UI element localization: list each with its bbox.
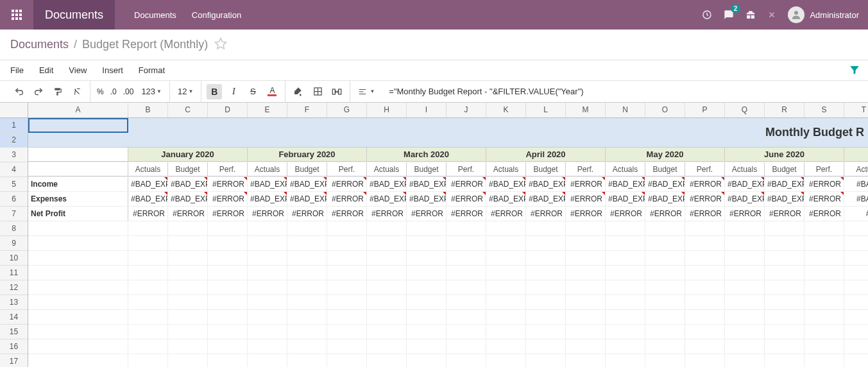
col-header-E[interactable]: E — [248, 103, 287, 117]
menu-view[interactable]: View — [69, 65, 87, 75]
italic-button[interactable]: I — [226, 84, 241, 99]
row-header-1[interactable]: 1 — [0, 118, 28, 133]
cell-error: #ERROR — [526, 207, 566, 221]
row-header-13[interactable]: 13 — [0, 295, 28, 310]
netprofit-row: Net Profit#ERROR#ERROR#ERROR#ERROR#ERROR… — [28, 207, 868, 221]
col-header-S[interactable]: S — [804, 103, 844, 117]
empty-row — [28, 221, 868, 236]
row-header-12[interactable]: 12 — [0, 280, 28, 295]
redo-button[interactable] — [31, 84, 46, 99]
apps-menu-button[interactable] — [0, 0, 33, 30]
row-header-7[interactable]: 7 — [0, 207, 28, 221]
col-header-G[interactable]: G — [327, 103, 367, 117]
favorite-star-icon[interactable] — [214, 37, 227, 52]
cell-error: #BAD_EXPR — [606, 177, 645, 191]
font-size-select[interactable]: 12▼ — [175, 87, 196, 96]
increase-decimal-button[interactable]: .00 — [122, 87, 135, 96]
strikethrough-button[interactable]: S — [245, 84, 260, 99]
row-header-9[interactable]: 9 — [0, 236, 28, 251]
menu-edit[interactable]: Edit — [39, 65, 53, 75]
percent-format-button[interactable]: % — [96, 87, 105, 96]
row-header-8[interactable]: 8 — [0, 221, 28, 236]
row-header-2[interactable]: 2 — [0, 133, 28, 148]
cell-error: #BAD_EXPR — [248, 192, 287, 206]
col-header-A[interactable]: A — [28, 103, 128, 117]
col-header-I[interactable]: I — [407, 103, 447, 117]
borders-button[interactable] — [310, 84, 325, 99]
row-header-16[interactable]: 16 — [0, 339, 28, 354]
avatar — [788, 6, 804, 23]
horizontal-align-button[interactable]: ▼ — [355, 87, 377, 96]
cell-error: #ERROR — [248, 207, 287, 221]
col-header-F[interactable]: F — [287, 103, 327, 117]
close-tray-icon[interactable] — [767, 10, 776, 19]
cell-error: #BAD_EXPR — [367, 177, 407, 191]
nav-link-documents[interactable]: Documents — [134, 10, 176, 20]
decrease-decimal-button[interactable]: .0 — [109, 87, 118, 96]
activity-icon[interactable] — [702, 10, 712, 20]
col-header-Q[interactable]: Q — [725, 103, 765, 117]
text-color-button[interactable]: A — [264, 84, 280, 99]
row-headers: 1234567891011121314151617 — [0, 118, 28, 367]
cells-area[interactable]: Monthly Budget R January 2020February 20… — [28, 118, 868, 367]
row-header-11[interactable]: 11 — [0, 266, 28, 280]
col-header-D[interactable]: D — [208, 103, 248, 117]
user-menu[interactable]: Administrator — [788, 6, 859, 23]
row-header-14[interactable]: 14 — [0, 310, 28, 325]
fill-color-button[interactable] — [291, 84, 306, 99]
col-header-T[interactable]: T — [844, 103, 868, 117]
number-format-select[interactable]: 123▼ — [139, 87, 164, 96]
row-header-3[interactable]: 3 — [0, 148, 28, 162]
undo-button[interactable] — [12, 84, 27, 99]
subheader: Perf. — [327, 162, 367, 176]
col-header-M[interactable]: M — [566, 103, 606, 117]
subheader: Perf. — [566, 162, 606, 176]
cell-error: #BAD_EXPR — [168, 177, 208, 191]
col-header-C[interactable]: C — [168, 103, 208, 117]
paint-format-button[interactable] — [50, 84, 65, 99]
row-header-6[interactable]: 6 — [0, 192, 28, 207]
formula-bar[interactable] — [382, 81, 862, 102]
gift-icon[interactable] — [745, 10, 756, 20]
svg-rect-0 — [12, 10, 14, 12]
clear-format-button[interactable] — [69, 84, 85, 99]
cell-error: #BAD_EXPR — [526, 192, 566, 206]
title-row: Monthly Budget R — [28, 118, 868, 148]
row-header-4[interactable]: 4 — [0, 162, 28, 177]
col-header-P[interactable]: P — [685, 103, 725, 117]
col-header-N[interactable]: N — [606, 103, 645, 117]
breadcrumb-root[interactable]: Documents — [10, 38, 69, 51]
col-header-R[interactable]: R — [765, 103, 804, 117]
subheader: Budget — [765, 162, 804, 176]
row-header-17[interactable]: 17 — [0, 354, 28, 367]
menu-format[interactable]: Format — [139, 65, 165, 75]
empty-row — [28, 310, 868, 325]
cell-error: #BAD_EXPR — [128, 177, 168, 191]
select-all-corner[interactable] — [0, 103, 28, 117]
menu-file[interactable]: File — [10, 65, 24, 75]
cell-error: #ERROR — [208, 207, 248, 221]
subheader-row: ActualsBudgetPerf.ActualsBudgetPerf.Actu… — [28, 162, 868, 177]
col-header-B[interactable]: B — [128, 103, 168, 117]
cell-error: #ERROR — [566, 207, 606, 221]
bold-button[interactable]: B — [207, 84, 222, 99]
svg-rect-7 — [15, 17, 18, 20]
filter-icon[interactable] — [849, 64, 860, 78]
col-header-K[interactable]: K — [486, 103, 526, 117]
svg-rect-8 — [19, 17, 22, 20]
menu-insert[interactable]: Insert — [102, 65, 123, 75]
merge-cells-button[interactable] — [329, 84, 345, 99]
row-header-5[interactable]: 5 — [0, 177, 28, 192]
selection-box — [28, 118, 128, 133]
app-brand[interactable]: Documents — [33, 0, 115, 30]
col-header-J[interactable]: J — [447, 103, 486, 117]
row-header-15[interactable]: 15 — [0, 325, 28, 339]
row-header-10[interactable]: 10 — [0, 251, 28, 266]
row-label: Expenses — [28, 192, 128, 206]
col-header-H[interactable]: H — [367, 103, 407, 117]
cell-error: #ERROR — [685, 177, 725, 191]
col-header-O[interactable]: O — [645, 103, 685, 117]
col-header-L[interactable]: L — [526, 103, 566, 117]
messages-icon[interactable]: 2 — [724, 10, 734, 20]
nav-link-configuration[interactable]: Configuration — [192, 10, 241, 20]
